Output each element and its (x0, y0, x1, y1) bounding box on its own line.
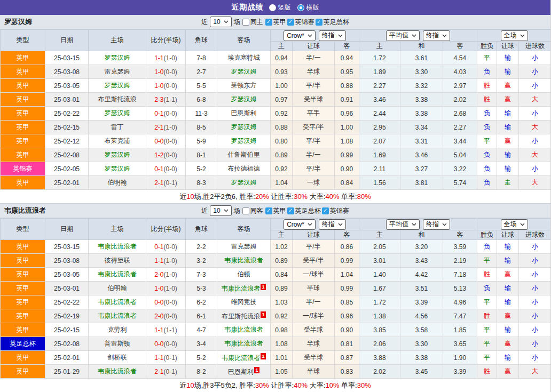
sub-header-avg-home: 主 (359, 230, 400, 240)
home-team-cell: 罗瑟汉姆 (89, 107, 146, 121)
date-cell: 25-03-15 (45, 240, 89, 254)
home-team-cell: 克劳利 (89, 323, 146, 337)
home-team-cell: 彼得堡联 (89, 254, 146, 268)
goals-result-cell: 小 (519, 240, 551, 254)
home-team-name: 布里斯托流浪 (98, 95, 137, 103)
league-filter-英足总杯[interactable]: ✓英足总杯 (287, 206, 321, 215)
score-cell: 1-1(1-1) (146, 323, 186, 337)
avg-stage-select[interactable]: 终指 (423, 30, 450, 41)
away-team-name: 雷克瑟姆 (231, 243, 257, 250)
league-filters: ✓英甲✓英足总杯✓英锦赛 (265, 206, 349, 215)
odds-stage-select[interactable]: 终指 (319, 219, 346, 230)
result-cell: 胜 (477, 268, 497, 282)
sections-container: 罗瑟汉姆 近 10 场 同主 ✓英甲✓英锦赛✓英足总杯 (0, 15, 550, 392)
away-odds-cell: 0.90 (335, 323, 359, 337)
home-odds-cell: 0.89 (271, 148, 293, 162)
halftime-score: (0-0) (164, 110, 177, 117)
same-venue-checkbox[interactable]: 同客 (242, 206, 263, 215)
league-badge: 英甲 (1, 268, 45, 282)
avg-source-select[interactable]: 平均值 (386, 219, 420, 230)
date-cell: 25-02-12 (45, 134, 89, 148)
away-odds-cell: 1.00 (335, 121, 359, 134)
away-team-name: 维冈竞技 (231, 298, 257, 306)
corner-cell: 2-2 (186, 240, 217, 254)
goals-result-cell: 小 (519, 337, 551, 351)
league-filter-英甲[interactable]: ✓英甲 (265, 18, 286, 27)
same-venue-checkbox[interactable]: 同主 (242, 18, 263, 27)
score-cell: 0-0(0-0) (146, 295, 186, 309)
avg-draw-cell: 3.58 (400, 323, 443, 337)
odds-stage-select[interactable]: 终指 (319, 30, 346, 41)
away-odds-cell: 0.96 (335, 309, 359, 323)
avg-away-cell: 3.44 (443, 134, 477, 148)
handicap-result-cell: 输 (497, 121, 519, 134)
result-cell: 平 (477, 254, 497, 268)
avg-away-cell: 2.02 (443, 93, 477, 107)
league-badge: 英甲 (1, 254, 45, 268)
view-option-横版[interactable]: 横版 (297, 3, 319, 12)
sub-header-handicap: 让球 (293, 230, 335, 240)
avg-draw-cell: 4.42 (400, 268, 443, 282)
halftime-score: (1-1) (164, 326, 177, 334)
avg-draw-cell: 3.38 (400, 93, 443, 107)
away-team-name: 巴恩斯利 (228, 368, 254, 375)
fulltime-score: 1-1 (154, 257, 163, 265)
score-cell: 0-1(0-0) (146, 240, 186, 254)
away-team-cell: 维冈竞技 (217, 295, 271, 309)
league-filter-英足总杯[interactable]: ✓英足总杯 (316, 18, 349, 27)
avg-source-select[interactable]: 平均值 (386, 30, 420, 41)
away-odds-cell: 0.96 (335, 107, 359, 121)
date-cell: 25-03-15 (45, 51, 89, 65)
sub-header-odds-home: 主 (271, 230, 293, 240)
away-team-name: 伯顿 (238, 270, 250, 278)
handicap-cell: 平/半 (293, 134, 335, 148)
chevron-down-icon (308, 34, 312, 37)
date-cell: 25-01-29 (45, 365, 89, 379)
corner-cell: 8-3 (186, 176, 217, 190)
results-body: 英甲 25-03-15 罗瑟汉姆 1-1(1-0) 7-8 埃克塞特城 0.94… (1, 51, 551, 190)
avg-away-cell: 3.39 (443, 365, 477, 379)
same-venue-label: 同客 (250, 206, 263, 215)
goals-result-cell: 小 (519, 268, 551, 282)
handicap-cell: 半球 (293, 365, 335, 379)
sub-header-odds-away: 客 (335, 42, 359, 51)
date-cell: 25-02-22 (45, 107, 89, 121)
handicap-result-cell: 输 (497, 295, 519, 309)
avg-draw-cell: 3.51 (400, 282, 443, 295)
away-odds-cell: 0.87 (335, 351, 359, 365)
avg-stage-select[interactable]: 终指 (423, 219, 450, 230)
scope-select[interactable]: 全场 (501, 219, 528, 230)
corner-cell: 2-7 (186, 65, 217, 79)
league-filter-英甲[interactable]: ✓英甲 (265, 206, 286, 215)
result-cell: 负 (477, 121, 497, 134)
league-filter-英锦赛[interactable]: ✓英锦赛 (322, 206, 349, 215)
goals-result-cell: 小 (519, 254, 551, 268)
league-filter-label: 英锦赛 (330, 206, 349, 215)
fulltime-score: 1-2 (154, 151, 163, 159)
chevron-down-icon (520, 34, 525, 37)
away-team-cell: 伯顿 (217, 268, 271, 282)
corner-cell: 6-2 (186, 295, 217, 309)
away-team-cell: 雷克瑟姆 (217, 240, 271, 254)
league-filter-英锦赛[interactable]: ✓英锦赛 (287, 18, 314, 27)
match-count-select[interactable]: 10 (210, 17, 231, 27)
col-header-away: 客场 (217, 219, 271, 240)
scope-select[interactable]: 全场 (501, 30, 528, 41)
summary-segment: 单率: (339, 192, 357, 202)
col-header-home: 主场 (89, 219, 146, 240)
view-option-竖版[interactable]: 竖版 (269, 3, 291, 12)
odds-source-select[interactable]: Crow* (284, 30, 316, 41)
match-row: 英甲 25-03-08 雷克瑟姆 1-0(0-0) 2-7 罗瑟汉姆 0.93 … (1, 65, 551, 79)
match-row: 英甲 25-02-19 韦康比流浪者 2-0(0-0) 6-1 布里斯托流浪1 … (1, 309, 551, 323)
avg-home-cell: 2.07 (359, 134, 400, 148)
away-team-cell: 布里斯托流浪1 (217, 309, 271, 323)
odds-source-select[interactable]: Crow* (284, 219, 316, 230)
col-header-date: 日期 (45, 219, 89, 240)
away-team-name: 罗瑟汉姆 (231, 179, 257, 186)
home-team-name: 韦康比流浪者 (98, 367, 137, 375)
away-odds-cell: 1.08 (335, 134, 359, 148)
avg-draw-cell: 3.30 (400, 65, 443, 79)
match-count-select[interactable]: 10 (210, 205, 231, 216)
goals-result-cell: 大 (519, 365, 551, 379)
fulltime-score: 1-1 (154, 326, 163, 334)
